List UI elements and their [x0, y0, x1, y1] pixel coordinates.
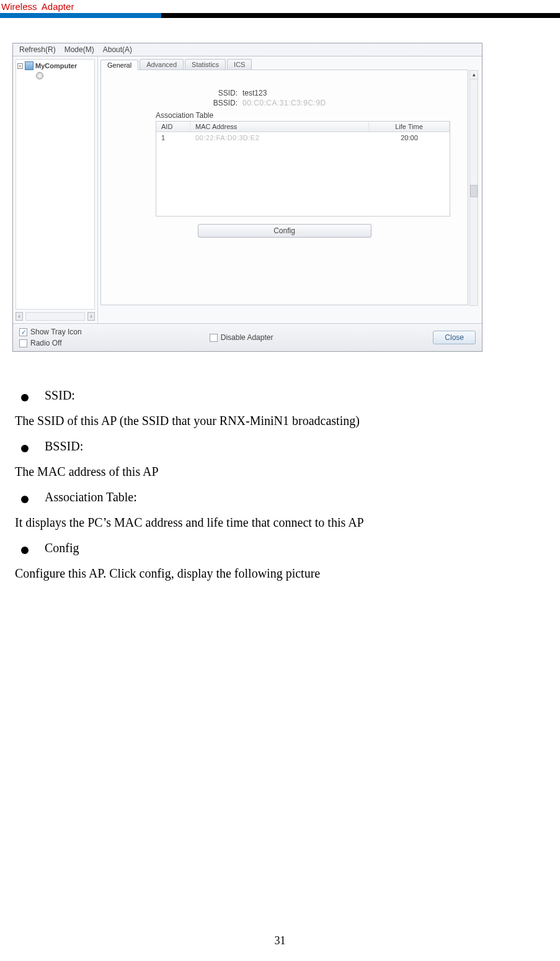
menu-mode[interactable]: Mode(M) [64, 45, 94, 54]
association-table: AID MAC Address Life Time 1 00:22:FA:D0:… [156, 121, 450, 217]
tab-statistics[interactable]: Statistics [185, 59, 226, 69]
sidebar: − MyComputer ‹ › [13, 56, 98, 323]
sidebar-hscroll[interactable]: ‹ › [16, 312, 95, 321]
tab-bar: General Advanced Statistics ICS [100, 59, 468, 69]
show-tray-label: Show Tray Icon [30, 328, 82, 336]
desc-t1: The SSID of this AP (the SSID that your … [15, 408, 545, 434]
cell-mac: 00:22:FA:D0:3D:E2 [190, 134, 369, 141]
desc-b4: Config [45, 535, 79, 561]
bullet-icon [21, 394, 29, 401]
tree-root-label: MyComputer [35, 62, 77, 69]
desc-b2: BSSID: [45, 434, 83, 459]
computer-icon [25, 61, 33, 70]
close-button[interactable]: Close [433, 331, 476, 344]
tab-panel-general: SSID: test123 BSSID: 00:C0:CA:31:C3:9C:9… [100, 69, 468, 305]
association-table-label: Association Table [156, 111, 450, 120]
th-life[interactable]: Life Time [369, 122, 450, 132]
scroll-right-icon[interactable]: › [87, 312, 95, 321]
desc-t2: The MAC address of this AP [15, 459, 545, 485]
scroll-left-icon[interactable]: ‹ [16, 312, 23, 321]
tab-ics[interactable]: ICS [227, 59, 252, 69]
table-row[interactable]: 1 00:22:FA:D0:3D:E2 20:00 [156, 132, 450, 143]
bottom-bar: ✓ Show Tray Icon Radio Off Disable Adapt… [13, 323, 482, 351]
header-divider [0, 13, 560, 18]
bssid-value: 00:C0:CA:31:C3:9C:9D [242, 99, 326, 107]
header-bar-blue [0, 13, 161, 18]
desc-t4: Configure this AP. Click config, display… [15, 561, 545, 586]
th-aid[interactable]: AID [156, 122, 190, 132]
ssid-value: test123 [242, 89, 267, 97]
tree-adapter-icon[interactable] [36, 72, 43, 79]
menu-bar: Refresh(R) Mode(M) About(A) [13, 43, 482, 56]
page-number: 31 [0, 934, 560, 947]
desc-t3: It displays the PC’s MAC address and lif… [15, 510, 545, 535]
tree-root[interactable]: − MyComputer [17, 61, 93, 70]
th-mac[interactable]: MAC Address [190, 122, 369, 132]
bullet-icon [21, 547, 29, 554]
disable-adapter-checkbox[interactable] [210, 334, 218, 342]
radio-off-checkbox[interactable] [19, 339, 27, 347]
scroll-up-icon[interactable]: ▴ [470, 71, 478, 79]
utility-window: Refresh(R) Mode(M) About(A) − MyComputer… [12, 43, 482, 352]
header-bar-dark [161, 13, 560, 18]
cell-aid: 1 [156, 134, 190, 141]
scroll-track[interactable] [25, 312, 85, 321]
tree-collapse-icon[interactable]: − [17, 63, 23, 69]
desc-b1: SSID: [45, 383, 75, 408]
cell-life: 20:00 [369, 134, 450, 141]
scroll-thumb[interactable] [470, 185, 478, 197]
tab-advanced[interactable]: Advanced [140, 59, 184, 69]
bullet-icon [21, 445, 29, 452]
device-tree[interactable]: − MyComputer [16, 59, 95, 310]
desc-b3: Association Table: [45, 485, 137, 510]
main-vscroll[interactable]: ▴ [469, 70, 478, 306]
menu-about[interactable]: About(A) [103, 45, 132, 54]
config-button[interactable]: Config [198, 224, 371, 238]
bullet-icon [21, 496, 29, 503]
disable-adapter-label: Disable Adapter [221, 333, 273, 342]
ssid-label: SSID: [118, 89, 242, 97]
main-panel: General Advanced Statistics ICS SSID: te… [98, 56, 482, 323]
radio-off-label: Radio Off [30, 339, 61, 347]
bssid-label: BSSID: [118, 99, 242, 107]
page-header-label: Wireless Adapter [0, 0, 560, 12]
table-body: 1 00:22:FA:D0:3D:E2 20:00 [156, 132, 450, 216]
description-block: SSID: The SSID of this AP (the SSID that… [15, 383, 545, 586]
table-header: AID MAC Address Life Time [156, 122, 450, 132]
show-tray-checkbox[interactable]: ✓ [19, 328, 27, 336]
tab-general[interactable]: General [100, 60, 138, 70]
menu-refresh[interactable]: Refresh(R) [19, 45, 56, 54]
